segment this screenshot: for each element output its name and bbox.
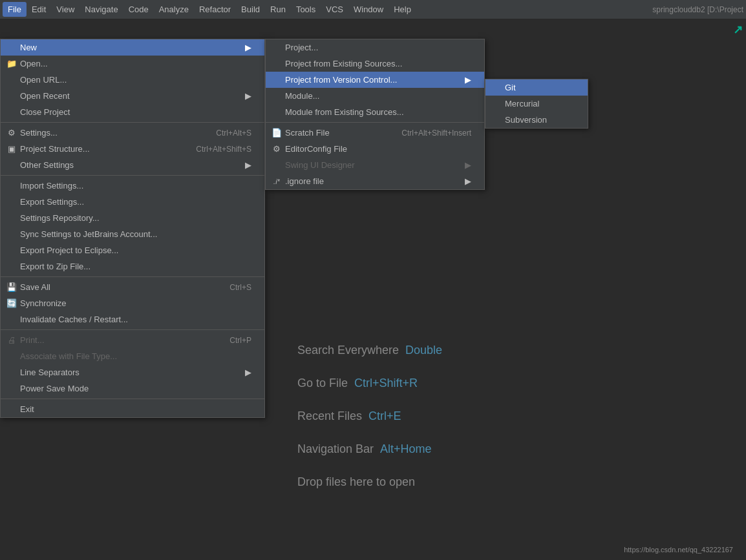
submenu-project-vcs[interactable]: Project from Version Control... ▶	[266, 72, 484, 88]
menu-new[interactable]: New ▶	[1, 39, 264, 56]
menu-export-eclipse[interactable]: Export Project to Eclipse...	[1, 242, 264, 258]
menu-export-settings-label: Export Settings...	[20, 197, 84, 207]
line-separators-arrow-icon: ▶	[239, 368, 251, 377]
menu-import-settings[interactable]: Import Settings...	[1, 178, 264, 194]
submenu-scratch-file[interactable]: 📄 Scratch File Ctrl+Alt+Shift+Insert	[266, 125, 484, 141]
menu-invalidate-caches-label: Invalidate Caches / Restart...	[20, 315, 128, 324]
main-content: Search Everywhere Double Go to File Ctrl…	[0, 19, 746, 560]
menu-sync-settings[interactable]: Sync Settings to JetBrains Account...	[1, 226, 264, 242]
submenu-project-vcs-label: Project from Version Control...	[285, 75, 397, 85]
menubar-refactor[interactable]: Refactor	[194, 2, 236, 17]
submenu-project[interactable]: Project...	[266, 39, 484, 56]
submenu-git-label: Git	[505, 83, 516, 92]
submenu-mercurial[interactable]: Mercurial	[485, 96, 588, 112]
menu-close-project[interactable]: Close Project	[1, 104, 264, 120]
separator-4	[1, 329, 264, 330]
menu-power-save-mode[interactable]: Power Save Mode	[1, 380, 264, 397]
menu-print[interactable]: 🖨 Print... Ctrl+P	[1, 332, 264, 348]
structure-icon: ▣	[6, 144, 17, 154]
submenu-editorconfig[interactable]: ⚙ EditorConfig File	[266, 141, 484, 157]
submenu-scratch-file-label: Scratch File	[285, 128, 330, 138]
menu-line-separators[interactable]: Line Separators ▶	[1, 364, 264, 380]
menubar: File Edit View Navigate Code Analyze Ref…	[0, 0, 746, 19]
menu-settings-repo[interactable]: Settings Repository...	[1, 210, 264, 226]
menu-export-eclipse-label: Export Project to Eclipse...	[20, 245, 118, 255]
menubar-analyze[interactable]: Analyze	[154, 2, 194, 17]
menu-exit[interactable]: Exit	[1, 401, 264, 417]
menubar-help[interactable]: Help	[389, 2, 416, 17]
menu-other-settings[interactable]: Other Settings ▶	[1, 157, 264, 173]
search-everywhere-row: Search Everywhere Double	[297, 344, 720, 357]
save-icon: 💾	[6, 282, 17, 292]
submenu-project-label: Project...	[285, 43, 318, 52]
menu-export-settings[interactable]: Export Settings...	[1, 194, 264, 210]
menu-export-zip-label: Export to Zip File...	[20, 262, 91, 271]
search-everywhere-shortcut: Double	[405, 344, 442, 357]
menubar-view[interactable]: View	[51, 2, 80, 17]
print-icon: 🖨	[6, 335, 17, 345]
project-title: springclouddb2 [D:\Project	[652, 5, 743, 14]
submenu-module-existing-label: Module from Existing Sources...	[285, 107, 404, 117]
menu-save-all[interactable]: 💾 Save All Ctrl+S	[1, 279, 264, 295]
project-structure-shortcut: Ctrl+Alt+Shift+S	[176, 145, 251, 154]
ignore-icon: .i*	[271, 178, 282, 185]
open-recent-arrow-icon: ▶	[239, 91, 251, 101]
menu-open[interactable]: 📁 Open...	[1, 56, 264, 72]
submenu-mercurial-label: Mercurial	[505, 99, 539, 109]
menubar-tools[interactable]: Tools	[291, 2, 321, 17]
welcome-url: https://blog.csdn.net/qq_43222167	[624, 546, 733, 554]
submenu-subversion[interactable]: Subversion	[485, 112, 588, 128]
menu-exit-label: Exit	[20, 404, 34, 414]
menu-settings-repo-label: Settings Repository...	[20, 213, 100, 223]
menu-other-settings-label: Other Settings	[20, 160, 74, 170]
menu-line-separators-label: Line Separators	[20, 368, 80, 377]
sync-icon: 🔄	[6, 298, 17, 308]
menubar-run[interactable]: Run	[265, 2, 291, 17]
dropdown-container: New ▶ 📁 Open... Open URL... Open Recent …	[0, 39, 265, 418]
goto-file-row: Go to File Ctrl+Shift+R	[297, 377, 720, 390]
menu-associate-file-type[interactable]: Associate with File Type...	[1, 348, 264, 364]
menu-power-save-mode-label: Power Save Mode	[20, 384, 89, 393]
drop-files-row: Drop files here to open	[297, 475, 720, 489]
recent-files-row: Recent Files Ctrl+E	[297, 410, 720, 423]
drop-files-label: Drop files here to open	[297, 475, 415, 489]
menubar-edit[interactable]: Edit	[27, 2, 51, 17]
menu-synchronize[interactable]: 🔄 Synchronize	[1, 295, 264, 311]
submenu-module[interactable]: Module...	[266, 88, 484, 104]
menu-invalidate-caches[interactable]: Invalidate Caches / Restart...	[1, 311, 264, 327]
other-settings-arrow-icon: ▶	[239, 160, 251, 170]
menubar-window[interactable]: Window	[348, 2, 389, 17]
submenu-ignore-file[interactable]: .i* .ignore file ▶	[266, 173, 484, 189]
menubar-build[interactable]: Build	[236, 2, 265, 17]
ignore-arrow-icon: ▶	[458, 176, 471, 186]
menu-open-recent[interactable]: Open Recent ▶	[1, 88, 264, 104]
menubar-file[interactable]: File	[3, 2, 27, 17]
goto-file-shortcut: Ctrl+Shift+R	[354, 377, 418, 390]
submenu-project-existing[interactable]: Project from Existing Sources...	[266, 56, 484, 72]
menu-project-structure-label: Project Structure...	[20, 144, 90, 154]
recent-files-shortcut: Ctrl+E	[368, 410, 401, 423]
gear-icon: ⚙	[6, 128, 17, 138]
menubar-vcs[interactable]: VCS	[321, 2, 348, 17]
menu-open-url-label: Open URL...	[20, 75, 67, 85]
separator-2	[1, 175, 264, 176]
submenu-module-label: Module...	[285, 91, 319, 101]
menu-save-all-label: Save All	[20, 282, 50, 292]
menu-export-zip[interactable]: Export to Zip File...	[1, 258, 264, 275]
submenu-module-existing[interactable]: Module from Existing Sources...	[266, 104, 484, 120]
editorconfig-icon: ⚙	[271, 144, 282, 154]
vcs-arrow-icon: ▶	[458, 75, 471, 85]
menu-open-url[interactable]: Open URL...	[1, 72, 264, 88]
menu-settings[interactable]: ⚙ Settings... Ctrl+Alt+S	[1, 125, 264, 141]
nav-bar-label: Navigation Bar	[297, 442, 374, 456]
menubar-navigate[interactable]: Navigate	[80, 2, 123, 17]
submenu-swing-designer[interactable]: Swing UI Designer ▶	[266, 157, 484, 173]
teal-arrow-icon: ↗	[733, 23, 743, 37]
submenu-ignore-file-label: .ignore file	[285, 176, 324, 186]
menubar-code[interactable]: Code	[123, 2, 154, 17]
menu-open-label: Open...	[20, 59, 48, 68]
menu-project-structure[interactable]: ▣ Project Structure... Ctrl+Alt+Shift+S	[1, 141, 264, 157]
submenu-git[interactable]: Git	[485, 79, 588, 96]
new-submenu: Project... Project from Existing Sources…	[265, 39, 485, 190]
search-everywhere-label: Search Everywhere	[297, 344, 399, 357]
